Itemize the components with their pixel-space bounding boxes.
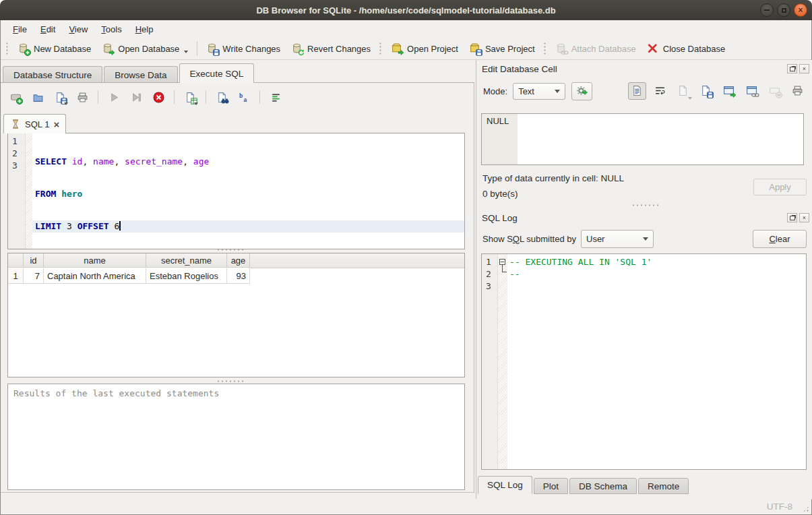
app-window: DB Browser for SQLite - /home/user/code/… (0, 0, 812, 515)
find-button[interactable] (214, 89, 230, 105)
maximize-button[interactable] (777, 3, 790, 17)
menu-edit[interactable]: Edit (34, 22, 62, 36)
open-sql-file-button[interactable] (30, 89, 46, 105)
export-data-button[interactable] (697, 82, 715, 100)
menu-help[interactable]: Help (129, 22, 160, 36)
open-database-dropdown-icon[interactable] (184, 51, 188, 53)
toolbar-separator (98, 90, 98, 104)
cell-age[interactable]: 93 (227, 268, 250, 284)
column-header-id[interactable]: id (24, 253, 44, 268)
sql-log-dock-titlebar[interactable]: SQL Log × (476, 211, 809, 224)
minimize-button[interactable] (760, 3, 774, 17)
toolbar-drag-handle[interactable] (543, 42, 547, 55)
clear-log-button[interactable]: Clear (753, 230, 807, 248)
attach-database-icon (555, 42, 567, 55)
save-sql-file-button[interactable] (52, 89, 68, 105)
save-sql-dropdown-icon[interactable] (64, 102, 68, 105)
fold-collapse-icon[interactable] (499, 259, 505, 265)
cell-secret-name[interactable]: Esteban Rogelios (146, 268, 227, 284)
splitter-handle[interactable] (216, 248, 243, 251)
word-wrap-button[interactable] (651, 82, 669, 100)
table-row[interactable]: 1 7 Captain North America Esteban Rogeli… (8, 268, 464, 284)
toolbar-separator (259, 90, 260, 104)
column-header-secret-name[interactable]: secret_name (146, 253, 227, 268)
cell-name[interactable]: Captain North America (44, 268, 146, 284)
print-icon (792, 85, 804, 97)
show-sql-label: Show SQL submitted by (482, 234, 576, 244)
toolbar-separator (174, 90, 175, 104)
tab-execute-sql[interactable]: Execute SQL (179, 63, 255, 83)
edit-cell-dock-titlebar[interactable]: Edit Database Cell × (476, 62, 809, 75)
splitter-handle[interactable] (216, 380, 243, 383)
print-cell-button[interactable] (788, 82, 807, 100)
sql-log-view[interactable]: 1 2 3 -- EXECUTING ALL IN 'SQL 1' -- (481, 253, 807, 470)
format-sql-button[interactable] (268, 89, 284, 105)
tab-database-structure[interactable]: Database Structure (3, 66, 102, 83)
toolbar-drag-handle[interactable] (379, 42, 383, 55)
new-database-button[interactable]: New Database (12, 40, 96, 57)
close-dock-button[interactable]: × (799, 213, 809, 222)
log-line (507, 280, 806, 293)
write-changes-button[interactable]: Write Changes (201, 40, 286, 57)
fold-tree-line (502, 265, 507, 272)
splitter-handle[interactable] (631, 204, 658, 207)
float-dock-icon (790, 67, 795, 71)
float-dock-button[interactable] (787, 64, 797, 73)
window-controls: × (760, 3, 807, 17)
close-database-button[interactable]: Close Database (642, 40, 731, 57)
cell-size-text: 0 byte(s) (482, 189, 518, 199)
auto-switch-mode-icon (576, 85, 588, 97)
dock-tab-plot[interactable]: Plot (534, 478, 568, 494)
column-header-age[interactable]: age (227, 253, 250, 268)
mode-combobox[interactable]: Text (513, 83, 565, 100)
close-button[interactable]: × (794, 3, 807, 17)
new-sql-tab-button[interactable] (7, 89, 24, 105)
execute-line-button (128, 89, 144, 105)
float-dock-button[interactable] (787, 213, 797, 222)
results-grid[interactable]: id name secret_name age 1 7 Captain Nort… (7, 253, 465, 377)
log-filter-combobox[interactable]: User (581, 230, 654, 248)
column-header-name[interactable]: name (44, 253, 146, 268)
dock-tab-remote[interactable]: Remote (638, 478, 689, 494)
toolbar-drag-handle[interactable] (5, 42, 9, 55)
open-project-button[interactable]: Open Project (385, 40, 464, 57)
revert-changes-button[interactable]: Revert Changes (286, 40, 376, 57)
sql-file-tab[interactable]: SQL 1 × (3, 114, 66, 133)
dock-tab-sql-log[interactable]: SQL Log (478, 476, 532, 494)
word-wrap-icon (654, 85, 666, 97)
close-sql-tab-icon[interactable]: × (53, 119, 59, 129)
encoding-indicator[interactable]: UTF-8 (767, 502, 792, 512)
cell-id[interactable]: 7 (24, 268, 44, 284)
save-results-button[interactable] (182, 89, 198, 105)
menu-tools[interactable]: Tools (94, 22, 128, 36)
auto-switch-mode-button[interactable] (571, 82, 592, 100)
combobox-arrow-icon (555, 90, 560, 93)
dock-tab-db-schema[interactable]: DB Schema (569, 478, 637, 494)
stop-execution-button[interactable] (150, 89, 166, 105)
find-replace-button[interactable] (236, 89, 252, 105)
export-data-icon (700, 85, 712, 97)
new-sql-tab-icon (10, 92, 22, 103)
copy-link-button[interactable] (743, 82, 761, 100)
main-toolbar: New Database Open Database Write Changes… (1, 38, 811, 60)
menu-view[interactable]: View (62, 22, 94, 36)
save-project-button[interactable]: Save Project (464, 40, 540, 57)
editor-code-area[interactable]: SELECT id, name, secret_name, age FROM h… (32, 133, 464, 249)
combobox-arrow-icon (643, 237, 648, 241)
sql-editor[interactable]: 1 2 3 SELECT id, name, secret_name, age … (7, 133, 465, 249)
save-results-dropdown-icon[interactable] (194, 102, 198, 105)
open-database-button[interactable]: Open Database (96, 40, 193, 57)
cell-value-editor[interactable]: NULL (481, 113, 804, 165)
set-null-button (766, 82, 784, 100)
titlebar[interactable]: DB Browser for SQLite - /home/user/code/… (0, 0, 812, 20)
corner-header-cell (8, 253, 24, 268)
tab-browse-data[interactable]: Browse Data (104, 66, 177, 83)
text-mode-toggle-button[interactable] (628, 82, 646, 100)
print-sql-button[interactable] (74, 89, 90, 105)
save-sql-file-icon (55, 92, 66, 103)
open-in-external-button[interactable] (720, 82, 738, 100)
menu-file[interactable]: File (6, 22, 34, 36)
edit-cell-dock-title: Edit Database Cell (482, 64, 557, 74)
close-dock-button[interactable]: × (799, 64, 809, 73)
format-sql-icon (270, 92, 282, 103)
